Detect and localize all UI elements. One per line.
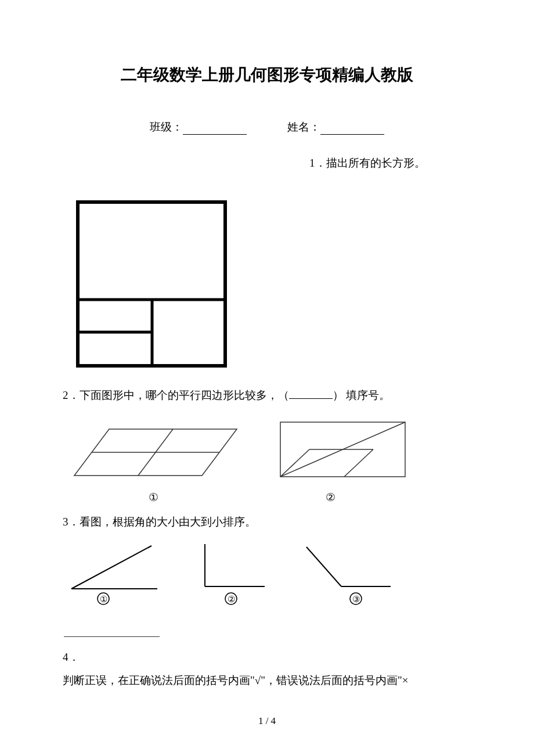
class-blank[interactable] bbox=[183, 124, 247, 135]
angle-3: ③ bbox=[301, 541, 394, 610]
question-2-figures bbox=[63, 417, 471, 484]
question-1-figure bbox=[75, 200, 471, 370]
question-3-figures: ① ② ③ bbox=[66, 541, 471, 610]
question-4-num: 4． bbox=[63, 650, 471, 665]
svg-line-7 bbox=[156, 429, 173, 452]
page-title: 二年级数学上册几何图形专项精编人教版 bbox=[63, 64, 471, 86]
q2-suffix: ） 填序号。 bbox=[333, 389, 391, 401]
question-4-text: 判断正误，在正确说法后面的括号内画"√"，错误说法后面的括号内画"× bbox=[63, 672, 471, 689]
question-2-text: 2．下面图形中，哪个的平行四边形比较多，（） 填序号。 bbox=[63, 388, 471, 403]
question-1-text: 1．描出所有的长方形。 bbox=[309, 156, 471, 171]
class-label: 班级： bbox=[150, 121, 183, 133]
svg-line-14 bbox=[71, 546, 151, 589]
svg-line-6 bbox=[138, 452, 156, 476]
svg-line-12 bbox=[344, 449, 373, 477]
student-info-line: 班级： 姓名： bbox=[63, 120, 471, 135]
q2-label-2: ② bbox=[326, 491, 335, 504]
svg-text:③: ③ bbox=[352, 595, 360, 604]
q2-blank[interactable] bbox=[289, 398, 333, 399]
q2-figure-2 bbox=[277, 417, 408, 484]
svg-text:①: ① bbox=[100, 595, 107, 604]
answer-line[interactable] bbox=[64, 636, 160, 637]
angle-2: ② bbox=[196, 541, 269, 610]
svg-text:②: ② bbox=[228, 595, 235, 604]
question-2-labels: ① ② bbox=[63, 491, 471, 504]
q2-prefix: 2．下面图形中，哪个的平行四边形比较多，（ bbox=[63, 389, 289, 401]
svg-line-11 bbox=[280, 449, 309, 477]
angle-1: ① bbox=[66, 541, 164, 610]
question-3-text: 3．看图，根据角的大小由大到小排序。 bbox=[63, 514, 471, 530]
name-blank[interactable] bbox=[320, 124, 384, 135]
q2-label-1: ① bbox=[149, 491, 158, 504]
svg-line-21 bbox=[306, 547, 341, 586]
page-number: 1 / 4 bbox=[0, 715, 534, 727]
name-label: 姓名： bbox=[287, 121, 320, 133]
q2-figure-1 bbox=[63, 423, 248, 484]
